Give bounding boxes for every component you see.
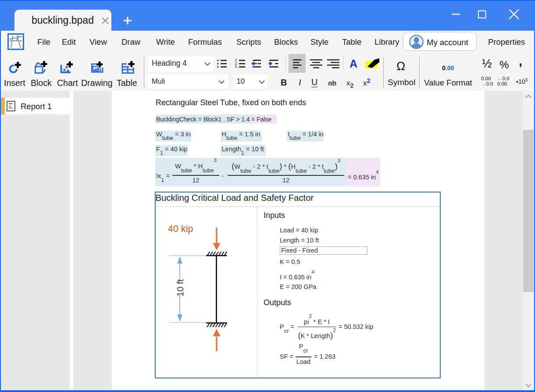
svg-text:3: 3 [235,64,237,69]
